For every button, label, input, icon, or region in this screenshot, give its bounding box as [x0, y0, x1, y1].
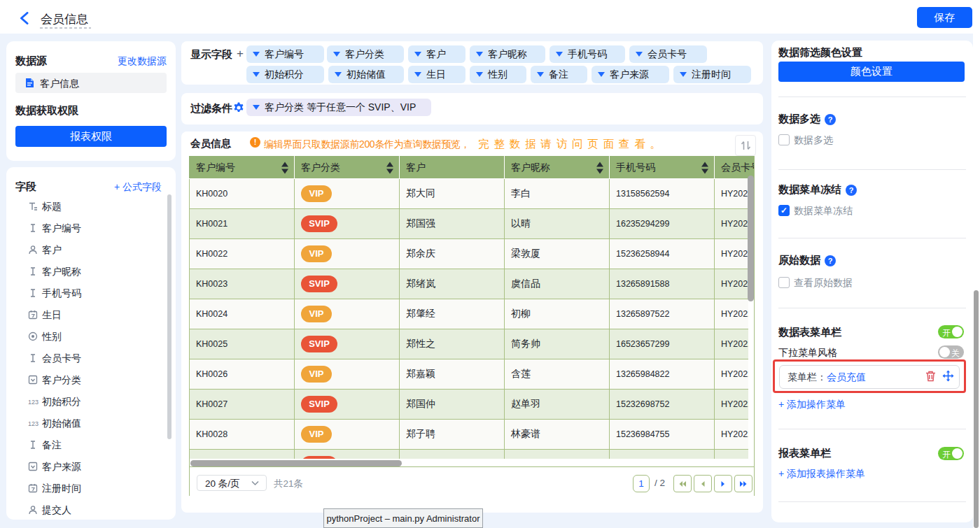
- svg-text:123: 123: [28, 399, 38, 406]
- svg-text:123: 123: [28, 420, 38, 427]
